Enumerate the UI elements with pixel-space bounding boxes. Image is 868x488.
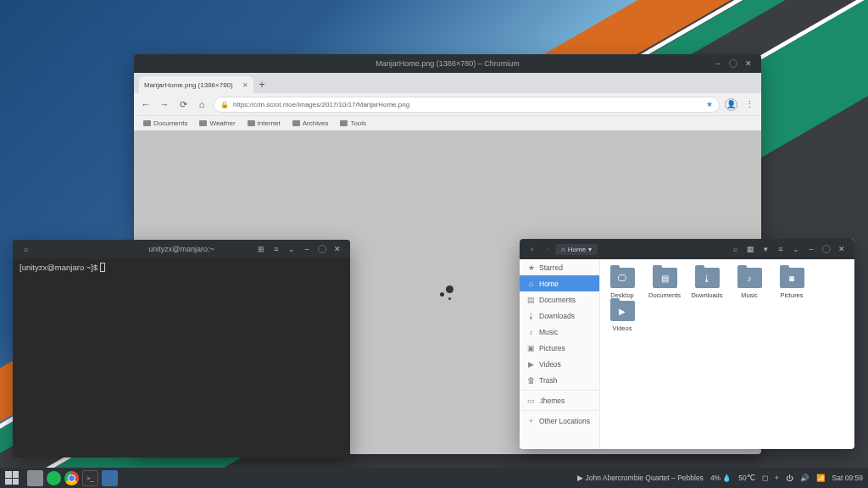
download-icon: ⭳ [527,312,535,319]
folder-icon [143,120,151,126]
menu-button[interactable]: ⋮ [743,97,756,111]
maximize-button[interactable] [822,245,831,253]
sidebar-item-videos[interactable]: ▶Videos [520,356,599,372]
bookmark-star-icon[interactable]: ★ [706,100,713,108]
now-playing[interactable]: ▶John Abercrombie Quartet – Pebbles [577,474,703,482]
folder-desktop[interactable]: 🖵Desktop [602,268,643,299]
folder-music[interactable]: ♪Music [729,268,770,299]
music-icon: ♪ [527,328,535,336]
close-button[interactable]: ✕ [330,241,345,257]
plus-icon: + [527,417,535,424]
path-button[interactable]: ⌂ Home ▾ [555,244,598,255]
maximize-button[interactable] [318,245,326,253]
back-button[interactable]: ‹ [525,241,540,257]
url-bar[interactable]: 🔒 https://cdn.scrot.moe/images/2017/10/1… [214,97,720,113]
tray-power-icon[interactable]: ⏻ [786,474,793,482]
bookmarks-bar: Documents Weather Internet Archives Tool… [134,115,761,130]
loading-spinner-icon [437,281,459,303]
home-icon: ⌂ [561,246,565,253]
home-button[interactable]: ⌂ [195,97,209,111]
forward-button[interactable]: → [158,97,171,111]
browser-toolbar: ← → ⟳ ⌂ 🔒 https://cdn.scrot.moe/images/2… [134,93,761,115]
view-dropdown-icon[interactable]: ▾ [758,241,773,257]
new-tab-button[interactable]: + [253,76,270,93]
picture-icon: ▣ [527,344,535,352]
play-icon: ▶ [577,474,583,482]
applications-button[interactable] [5,471,19,485]
folder-icon: ▭ [527,396,535,404]
close-button[interactable]: ✕ [741,56,756,71]
close-button[interactable]: ✕ [834,241,849,257]
sidebar-item-starred[interactable]: ★Starred [520,259,599,275]
dropdown-icon[interactable]: ⌄ [788,241,804,257]
tab-close-icon[interactable]: ✕ [242,81,248,89]
search-icon[interactable]: ⌕ [727,241,743,257]
star-icon: ★ [527,263,535,271]
sidebar-item-trash[interactable]: 🗑Trash [520,372,599,388]
terminal-cursor [100,263,105,272]
back-button[interactable]: ← [139,97,153,111]
file-manager-window[interactable]: ‹ › ⌂ Home ▾ ⌕ ▦ ▾ ≡ ⌄ – ✕ ★Starred ⌂Hom… [520,239,854,449]
terminal-body[interactable]: [unityzx@manjaro ~]$ [13,258,350,458]
sidebar-item-music[interactable]: ♪Music [520,324,599,340]
chromium-window-title: ManjarHome.png (1386×780) – Chromium [376,59,519,68]
terminal-titlebar[interactable]: ⌕ unityzx@manjaro:~ ⊞ ≡ ⌄ – ✕ [13,240,350,258]
bookmark-weather[interactable]: Weather [195,118,239,129]
folder-icon [292,120,300,126]
profile-button[interactable]: 👤 [725,98,737,111]
tray-plus-icon[interactable]: + [775,474,779,482]
folder-icon [248,120,255,126]
humidity-indicator[interactable]: 4%💧 [710,474,732,482]
folder-videos[interactable]: ▶Videos [602,301,643,332]
bookmark-documents[interactable]: Documents [139,118,192,129]
sidebar-item-home[interactable]: ⌂Home [520,275,599,291]
sidebar-item-downloads[interactable]: ⭳Downloads [520,308,599,324]
minimize-button[interactable]: – [804,241,819,257]
sidebar-item-pictures[interactable]: ▣Pictures [520,340,599,356]
folder-icon [340,120,348,126]
taskbar-spotify-icon[interactable] [47,471,61,485]
bookmark-archives[interactable]: Archives [288,118,333,129]
new-tab-icon[interactable]: ⊞ [253,241,269,257]
terminal-window[interactable]: ⌕ unityzx@manjaro:~ ⊞ ≡ ⌄ – ✕ [unityzx@m… [13,240,350,458]
trash-icon: 🗑 [527,376,535,384]
dropdown-icon[interactable]: ⌄ [284,241,299,257]
reload-button[interactable]: ⟳ [176,97,190,111]
menu-icon[interactable]: ≡ [773,241,788,257]
url-text: https://cdn.scrot.moe/images/2017/10/17/… [233,101,409,108]
folder-icon [199,120,207,126]
drop-icon: 💧 [722,474,732,482]
browser-tab[interactable]: ManjarHome.png (1386×780) ✕ [139,76,253,93]
sidebar-item-themes[interactable]: ▭.themes [520,392,599,408]
tray-wifi-icon[interactable]: 📶 [816,474,826,482]
minimize-button[interactable]: – [299,241,314,257]
taskbar-terminal-icon[interactable]: >_ [82,470,98,486]
menu-icon[interactable]: ≡ [269,241,284,257]
folder-documents[interactable]: ▤Documents [644,268,685,299]
taskbar-settings-icon[interactable] [102,470,118,486]
sidebar-item-documents[interactable]: ▤Documents [520,291,599,308]
chevron-down-icon: ▾ [588,246,592,253]
taskbar-file-manager-icon[interactable] [27,470,43,486]
clock[interactable]: Sat 09:59 [832,474,863,482]
file-manager-titlebar[interactable]: ‹ › ⌂ Home ▾ ⌕ ▦ ▾ ≡ ⌄ – ✕ [520,239,854,259]
bookmark-internet[interactable]: Internet [243,118,285,129]
maximize-button[interactable] [729,59,737,68]
minimize-button[interactable]: – [710,56,726,71]
tray-audio-icon[interactable]: 🔊 [800,474,810,482]
temperature-indicator[interactable]: 50℃ [738,474,754,482]
sidebar-item-other-locations[interactable]: +Other Locations [520,413,599,429]
search-icon[interactable]: ⌕ [18,241,33,257]
terminal-prompt: [unityzx@manjaro ~]$ [19,263,100,272]
grid-view-icon[interactable]: ▦ [743,241,758,257]
chromium-titlebar[interactable]: ManjarHome.png (1386×780) – Chromium – ✕ [134,54,761,73]
taskbar-chromium-icon[interactable] [64,471,79,485]
forward-button[interactable]: › [540,241,555,257]
folder-pictures[interactable]: ◙Pictures [771,268,812,299]
path-label: Home [568,246,586,253]
home-icon: ⌂ [527,280,535,287]
taskbar: >_ ▶John Abercrombie Quartet – Pebbles 4… [0,468,868,488]
tray-window-icon[interactable]: ◻ [762,474,768,482]
bookmark-tools[interactable]: Tools [336,118,370,129]
folder-downloads[interactable]: ⭳Downloads [687,268,727,299]
